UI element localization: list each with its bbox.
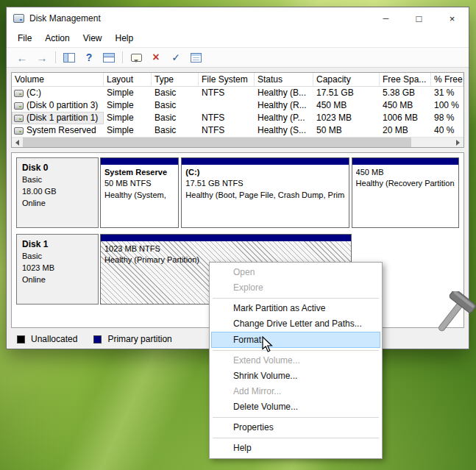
disk0-label[interactable]: Disk 0 Basic 18.00 GB Online: [16, 157, 99, 228]
context-menu-item-extend: Extend Volume...: [211, 353, 380, 368]
drive-icon: [14, 127, 24, 135]
context-menu-item-properties[interactable]: Properties: [211, 420, 380, 435]
primary-partition-swatch: [93, 335, 102, 343]
table-row-selected[interactable]: (Disk 1 partition 1) Simple Basic NTFS H…: [12, 112, 463, 124]
menu-separator: [213, 298, 379, 299]
toolbar: ← → ? × ✓: [7, 47, 469, 68]
table-row[interactable]: (Disk 0 partition 3) Simple Basic Health…: [12, 99, 463, 112]
context-menu-item-change-letter[interactable]: Change Drive Letter and Paths...: [211, 316, 380, 332]
window-title: Disk Management: [29, 13, 101, 24]
drive-icon: [14, 102, 24, 110]
mouse-cursor: [262, 336, 275, 357]
console-tree-icon[interactable]: [63, 51, 76, 64]
context-menu-item-shrink[interactable]: Shrink Volume...: [211, 368, 380, 384]
partition-c-drive[interactable]: (C:) 17.51 GB NTFS Healthy (Boot, Page F…: [181, 157, 349, 228]
volume-list-header: Volume Layout Type File System Status Ca…: [12, 73, 463, 87]
forward-icon[interactable]: →: [35, 51, 49, 64]
context-menu: Open Explore Mark Partition as Active Ch…: [209, 262, 383, 459]
table-row[interactable]: (C:) Simple Basic NTFS Healthy (B... 17.…: [12, 87, 463, 99]
partition-color-bar: [352, 158, 458, 165]
hammer-watermark: [430, 291, 476, 346]
column-header-filesystem[interactable]: File System: [199, 73, 255, 87]
menu-view[interactable]: View: [77, 31, 109, 46]
context-menu-item-add-mirror: Add Mirror...: [211, 384, 380, 399]
partition-recovery[interactable]: 450 MB Healthy (Recovery Partition): [352, 157, 459, 228]
context-menu-item-format[interactable]: Format...: [211, 332, 380, 348]
column-header-status[interactable]: Status: [255, 73, 313, 87]
caption-buttons: ─ □ ×: [369, 7, 469, 29]
column-header-capacity[interactable]: Capacity: [313, 73, 380, 87]
context-menu-item-help[interactable]: Help: [211, 441, 380, 456]
volume-list-panel: Volume Layout Type File System Status Ca…: [11, 72, 464, 148]
desktop-background: Disk Management ─ □ × File Action View H…: [0, 0, 476, 470]
column-header-type[interactable]: Type: [152, 73, 199, 87]
scroll-right-button[interactable]: [452, 138, 463, 147]
minimize-button[interactable]: ─: [369, 7, 402, 29]
menu-help[interactable]: Help: [109, 31, 141, 46]
disk-management-icon: [13, 14, 24, 23]
menu-separator: [213, 417, 379, 418]
column-header-pctfree[interactable]: % Free: [431, 73, 463, 87]
disk0-row: Disk 0 Basic 18.00 GB Online System Rese…: [16, 157, 459, 228]
column-header-freespace[interactable]: Free Spa...: [380, 73, 431, 87]
help-icon[interactable]: ?: [82, 51, 96, 64]
disk0-partitions: System Reserve 50 MB NTFS Healthy (Syste…: [100, 157, 459, 228]
context-menu-item-delete[interactable]: Delete Volume...: [211, 399, 380, 415]
unallocated-label: Unallocated: [31, 334, 77, 344]
toolbar-separator: [55, 51, 56, 63]
horizontal-scrollbar[interactable]: [12, 137, 463, 147]
list-view-icon[interactable]: [189, 51, 202, 64]
menu-action[interactable]: Action: [38, 31, 76, 46]
menu-separator: [213, 350, 379, 351]
mark-active-icon[interactable]: ✓: [169, 51, 182, 64]
drive-icon: [14, 115, 24, 122]
toolbar-separator: [122, 51, 123, 63]
context-menu-item-mark-active[interactable]: Mark Partition as Active: [211, 301, 380, 316]
partition-color-bar: [101, 158, 178, 165]
close-button[interactable]: ×: [436, 7, 469, 29]
unallocated-swatch: [17, 335, 25, 343]
callout-icon[interactable]: [129, 51, 143, 64]
scroll-left-button[interactable]: [12, 138, 23, 147]
titlebar[interactable]: Disk Management ─ □ ×: [7, 7, 469, 29]
delete-volume-icon[interactable]: ×: [149, 51, 163, 64]
maximize-button[interactable]: □: [402, 7, 436, 29]
partition-system-reserved[interactable]: System Reserve 50 MB NTFS Healthy (Syste…: [100, 157, 179, 228]
column-header-layout[interactable]: Layout: [104, 73, 152, 87]
context-menu-item-open: Open: [211, 265, 380, 280]
primary-partition-label: Primary partition: [107, 334, 171, 344]
column-header-volume[interactable]: Volume: [12, 73, 104, 87]
menu-file[interactable]: File: [11, 31, 38, 46]
drive-icon: [14, 90, 24, 97]
partition-color-bar: [182, 158, 348, 165]
scrollbar-track[interactable]: [411, 138, 452, 147]
table-row[interactable]: System Reserved Simple Basic NTFS Health…: [12, 124, 463, 137]
disk1-label[interactable]: Disk 1 Basic 1023 MB Online: [16, 234, 99, 305]
scrollbar-thumb[interactable]: [23, 138, 411, 147]
menu-separator: [213, 438, 379, 438]
back-icon[interactable]: ←: [15, 51, 29, 64]
action-pane-icon[interactable]: [102, 51, 116, 64]
menubar: File Action View Help: [7, 29, 469, 47]
context-menu-item-explore: Explore: [211, 280, 380, 296]
partition-color-bar: [101, 235, 351, 241]
